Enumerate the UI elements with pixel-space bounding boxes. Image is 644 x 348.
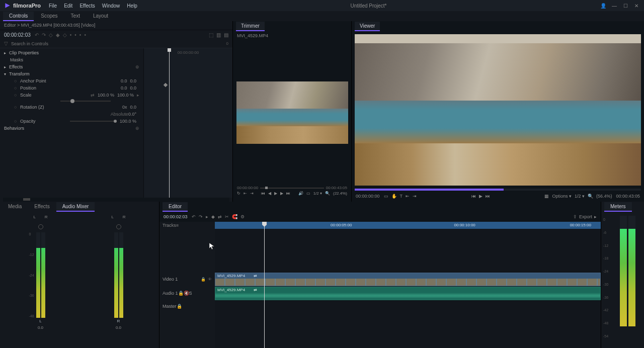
- pan-knob[interactable]: [38, 224, 43, 229]
- keyframe-position-icon[interactable]: ○: [14, 85, 20, 91]
- add-effect-icon[interactable]: ⊕: [135, 64, 139, 69]
- group-masks[interactable]: Masks: [10, 57, 139, 62]
- keyframe-rotation-icon[interactable]: ○: [14, 105, 20, 110]
- ed-redo-icon[interactable]: ↷: [199, 214, 203, 219]
- master-track[interactable]: [215, 300, 601, 312]
- viewer-preview[interactable]: [355, 34, 641, 186]
- search-input[interactable]: [11, 41, 223, 46]
- redo-icon[interactable]: ↷: [42, 32, 46, 38]
- loop-icon[interactable]: ↻: [237, 191, 240, 196]
- kf-playhead[interactable]: [169, 48, 170, 198]
- video-clip[interactable]: MVI_4529.MP4 ⇄: [215, 273, 601, 286]
- tab-text[interactable]: Text: [65, 12, 86, 21]
- video-track[interactable]: MVI_4529.MP4 ⇄: [215, 272, 601, 286]
- keyframe-anchor-icon[interactable]: ○: [14, 78, 20, 83]
- solo-icon[interactable]: S: [189, 291, 192, 296]
- trimmer-zoom[interactable]: 1/2 ▾: [313, 191, 322, 196]
- vol-icon[interactable]: 🔊: [298, 191, 303, 196]
- keyframe-opacity-icon[interactable]: ○: [14, 119, 20, 124]
- audio-clip[interactable]: MVI_4529.MP4 ⇄: [215, 287, 601, 300]
- mute-icon[interactable]: 🔇: [184, 291, 189, 296]
- panel-icon[interactable]: ▥: [216, 32, 221, 38]
- kf-dot-icon[interactable]: •: [70, 32, 72, 38]
- mixer-value-2[interactable]: 0.0: [116, 325, 121, 330]
- trimmer-preview[interactable]: [236, 81, 348, 144]
- menu-window[interactable]: Window: [102, 3, 120, 9]
- tab-controls[interactable]: Controls: [3, 12, 34, 21]
- eye-icon[interactable]: 👁: [208, 277, 212, 282]
- in2-icon[interactable]: ⇤: [406, 194, 410, 199]
- keyframe-marker[interactable]: [164, 83, 168, 87]
- group-behaviors[interactable]: Behaviors: [4, 126, 135, 131]
- pan-knob-2[interactable]: [116, 224, 121, 229]
- kf-next-icon[interactable]: ◇: [63, 32, 67, 38]
- add-behavior-icon[interactable]: ⊕: [135, 126, 139, 131]
- minimize-icon[interactable]: ―: [611, 3, 618, 9]
- editor-timecode[interactable]: 00:00:02:03: [164, 214, 188, 219]
- close-icon[interactable]: ✕: [633, 3, 640, 9]
- tab-trimmer[interactable]: Trimmer: [236, 22, 265, 31]
- tab-effects-lower[interactable]: Effects: [28, 202, 55, 212]
- undo-icon[interactable]: ↶: [35, 32, 39, 38]
- kf-dot3-icon[interactable]: •: [79, 32, 82, 38]
- menu-file[interactable]: File: [49, 3, 57, 9]
- timeline[interactable]: 00:00:05:00 00:00:10:00 00:00:15:00 MVI_…: [215, 222, 601, 348]
- play-icon[interactable]: ▶: [274, 191, 277, 196]
- audio-track-label[interactable]: Audio 1: [163, 291, 178, 296]
- link-icon[interactable]: ⇄: [91, 93, 95, 98]
- viewer-progress[interactable]: [355, 189, 641, 191]
- viewer-zoom[interactable]: 1/2 ▾: [575, 194, 585, 199]
- ed-undo-icon[interactable]: ↶: [192, 214, 196, 219]
- kf-prev-icon[interactable]: ◇: [49, 32, 53, 38]
- v-prev-icon[interactable]: ⏮: [471, 194, 476, 199]
- timeline-playhead[interactable]: [264, 222, 265, 348]
- slice-icon[interactable]: ✂: [225, 214, 229, 219]
- trimmer-tc-in[interactable]: 00:00:00:00: [237, 186, 258, 190]
- magnet-icon[interactable]: 🧲: [232, 214, 237, 219]
- controls-timecode[interactable]: 00:00:02:03: [4, 32, 31, 38]
- select-tool-icon[interactable]: ▭: [384, 194, 388, 199]
- timeline-ruler[interactable]: 00:00:05:00 00:00:10:00 00:00:15:00: [215, 222, 601, 229]
- safe-zone-icon[interactable]: ▦: [544, 194, 549, 199]
- menu-help[interactable]: Help: [127, 3, 137, 9]
- maximize-icon[interactable]: ☐: [622, 3, 629, 9]
- tab-meters[interactable]: Meters: [604, 202, 632, 212]
- text-tool-icon[interactable]: T: [400, 194, 403, 199]
- tab-editor[interactable]: Editor: [163, 202, 188, 212]
- lock-icon[interactable]: 🔒: [201, 277, 206, 282]
- ripple-icon[interactable]: ⇄: [218, 214, 222, 219]
- select-edit-icon[interactable]: ▸: [206, 214, 208, 219]
- out-icon[interactable]: ⇥: [250, 191, 254, 196]
- step-back-icon[interactable]: ◀: [268, 191, 271, 196]
- lock3-icon[interactable]: 🔒: [177, 304, 182, 309]
- ratio-icon[interactable]: ▭: [306, 191, 310, 196]
- mag-icon[interactable]: 🔍: [325, 191, 330, 196]
- controls-scrollbar[interactable]: [3, 198, 229, 202]
- prev-frame-icon[interactable]: ⏮: [261, 191, 265, 196]
- trimmer-tc-out[interactable]: 00:00:43:05: [326, 186, 347, 190]
- menu-edit[interactable]: Edit: [64, 3, 72, 9]
- user-icon[interactable]: 👤: [600, 3, 607, 9]
- hand-tool-icon[interactable]: ✋: [391, 194, 397, 199]
- out2-icon[interactable]: ⇥: [413, 194, 417, 199]
- viewer-tc-in[interactable]: 00:00:00:00: [356, 194, 380, 199]
- v-play-icon[interactable]: ▶: [479, 194, 482, 199]
- v-next-icon[interactable]: ⏭: [486, 194, 490, 199]
- v-mag-icon[interactable]: 🔍: [588, 194, 593, 199]
- tracks-menu-icon[interactable]: ≡: [176, 223, 179, 228]
- keyframe-graph[interactable]: 00:00:00:00: [143, 48, 232, 198]
- group-clip-properties[interactable]: Clip Properties: [9, 50, 139, 55]
- tab-layout[interactable]: Layout: [87, 12, 114, 21]
- group-transform[interactable]: Transform: [9, 71, 139, 76]
- snap-icon[interactable]: ◆: [211, 214, 215, 219]
- kf-dot4-icon[interactable]: •: [84, 32, 86, 38]
- group-effects[interactable]: Effects: [9, 64, 135, 69]
- kf-dot2-icon[interactable]: •: [74, 32, 76, 38]
- viewer-options[interactable]: Options ▾: [552, 194, 572, 199]
- tab-media[interactable]: Media: [2, 202, 28, 212]
- graph-icon[interactable]: ⬚: [209, 32, 213, 38]
- tab-scopes[interactable]: Scopes: [35, 12, 63, 21]
- in-icon[interactable]: ⇤: [244, 191, 247, 196]
- kf-add-icon[interactable]: ◆: [56, 32, 60, 38]
- lock2-icon[interactable]: 🔒: [178, 291, 184, 296]
